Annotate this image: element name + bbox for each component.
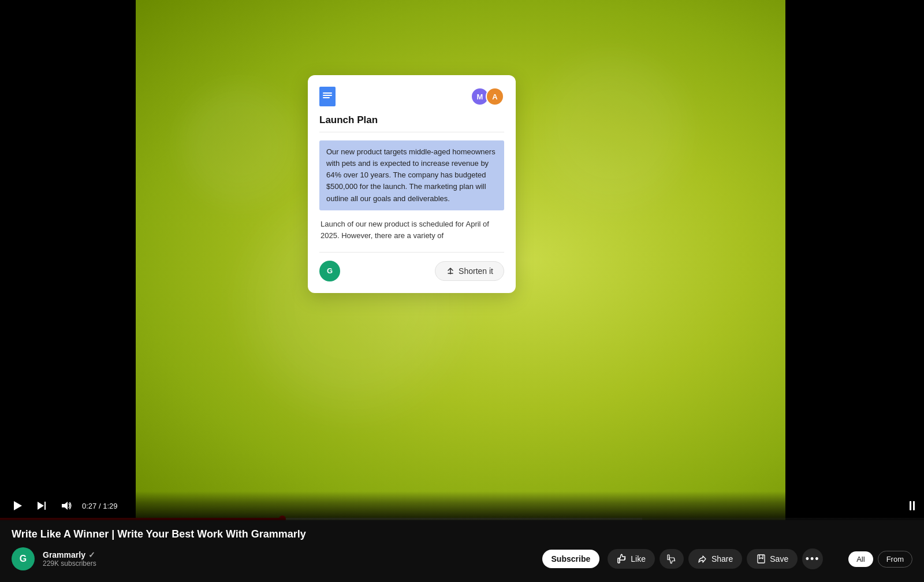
subscriber-count: 229K subscribers [43,559,534,568]
svg-text:G: G [327,266,333,275]
video-player[interactable]: M A Launch Plan Our new product targets … [0,0,924,520]
video-frame: M A Launch Plan Our new product targets … [136,0,785,520]
left-letterbox [0,0,136,520]
pause-icon-right [910,501,915,510]
svg-marker-7 [38,502,44,510]
action-buttons: Like Share [608,548,823,569]
grammarly-icon: G [319,261,340,281]
like-icon [617,554,627,564]
share-button[interactable]: Share [688,549,742,569]
right-controls [910,501,915,510]
more-options-button[interactable]: ••• [802,548,823,569]
document-card: M A Launch Plan Our new product targets … [308,75,516,293]
video-info-bar: Write Like A Winner | Write Your Best Wo… [0,520,924,582]
time-display: 0:27 / 1:29 [82,502,117,510]
save-button[interactable]: Save [747,549,798,569]
svg-rect-3 [323,97,330,98]
video-controls: 0:27 / 1:29 [0,491,924,520]
shorten-button[interactable]: Shorten it [435,261,504,281]
dislike-icon [666,554,677,564]
chip-all[interactable]: All [848,551,873,567]
svg-text:G: G [20,554,27,564]
svg-rect-13 [668,555,669,560]
dislike-button[interactable] [660,549,684,569]
channel-avatar[interactable]: G [12,547,35,570]
like-button[interactable]: Like [608,549,655,569]
save-icon [756,554,766,564]
channel-name-row: Grammarly ✓ [43,550,534,559]
svg-rect-14 [758,555,765,563]
svg-rect-8 [44,502,46,510]
filter-chips: All From [848,551,912,568]
svg-marker-9 [62,502,68,510]
verified-badge: ✓ [88,550,95,559]
svg-rect-1 [323,92,332,94]
card-footer: G Shorten it [319,252,504,281]
next-button[interactable] [33,498,50,514]
chip-from[interactable]: From [878,551,912,568]
svg-rect-0 [319,87,336,106]
doc-normal-text: Launch of our new product is scheduled f… [319,218,504,242]
shorten-icon [446,266,455,276]
play-icon [12,500,23,511]
play-button[interactable] [9,498,25,514]
doc-title: Launch Plan [319,114,504,132]
docs-icon [319,87,336,106]
next-icon [36,500,47,511]
volume-button[interactable] [58,498,74,514]
card-header: M A [319,87,504,106]
avatar-a: A [486,87,504,106]
share-icon [698,554,708,564]
svg-rect-12 [618,558,620,564]
channel-info: Grammarly ✓ 229K subscribers [43,550,534,568]
svg-marker-6 [14,501,22,510]
volume-icon [60,500,72,511]
grammarly-channel-icon: G [16,551,31,566]
right-panel [785,0,924,520]
subscribe-button[interactable]: Subscribe [542,550,600,568]
highlighted-text: Our new product targets middle-aged home… [319,140,504,210]
channel-row: G Grammarly ✓ 229K subscribers Subscribe… [12,547,912,570]
svg-rect-2 [323,95,332,96]
more-icon: ••• [806,553,820,565]
video-title: Write Like A Winner | Write Your Best Wo… [12,528,912,540]
collaborator-avatars: M A [471,87,504,106]
